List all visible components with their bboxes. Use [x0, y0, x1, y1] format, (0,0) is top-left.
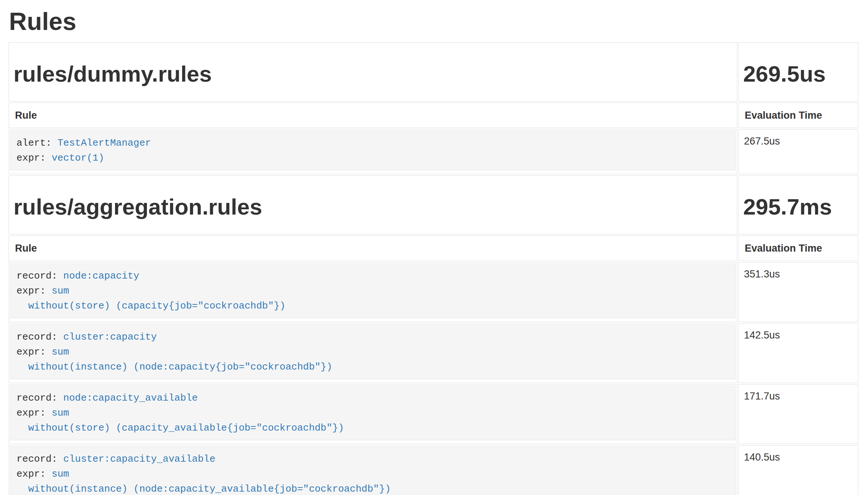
rule-definition: record: cluster:capacity_available expr:…	[10, 447, 736, 495]
rule-definition-cell: record: node:capacity_available expr: su…	[9, 384, 737, 444]
rule-definition-cell: record: node:capacity expr: sum without(…	[9, 262, 737, 322]
rule-expr-link[interactable]: sum without(store) (capacity{job="cockro…	[16, 285, 286, 312]
rule-expr-link[interactable]: sum without(store) (capacity_available{j…	[16, 407, 344, 434]
rule-column-header: Rule	[9, 236, 737, 261]
rule-group-aggregation: rules/aggregation.rules 295.7ms Rule Eva…	[9, 175, 858, 495]
column-header-row: Rule Evaluation Time	[9, 236, 858, 261]
rule-name-link[interactable]: cluster:capacity	[63, 331, 157, 343]
rule-row: alert: TestAlertManager expr: vector(1) …	[9, 129, 858, 174]
rule-eval-time: 351.3us	[738, 262, 858, 322]
group-file-name: rules/dummy.rules	[13, 61, 732, 88]
rules-table: rules/dummy.rules 269.5us Rule Evaluatio…	[7, 41, 859, 495]
rule-row: record: cluster:capacity expr: sum witho…	[9, 323, 858, 383]
rule-type-label: alert:	[16, 137, 52, 149]
rule-name-link[interactable]: node:capacity_available	[63, 392, 198, 404]
rule-expr-label: expr:	[16, 152, 46, 164]
rule-name-link[interactable]: node:capacity	[63, 270, 139, 282]
rule-name-link[interactable]: cluster:capacity_available	[63, 453, 216, 465]
group-file-cell: rules/dummy.rules	[9, 42, 737, 101]
group-file-cell: rules/aggregation.rules	[9, 175, 737, 234]
rule-expr-label: expr:	[16, 468, 46, 480]
rule-eval-time: 171.7us	[738, 384, 858, 444]
rule-row: record: node:capacity_available expr: su…	[9, 384, 858, 444]
rule-eval-time: 140.5us	[738, 445, 858, 495]
rule-name-link[interactable]: TestAlertManager	[57, 137, 151, 149]
rule-expr-link[interactable]: vector(1)	[52, 152, 104, 164]
rule-type-label: record:	[16, 453, 57, 465]
rule-column-header: Rule	[9, 103, 737, 128]
rule-definition-cell: record: cluster:capacity_available expr:…	[9, 445, 737, 495]
rule-row: record: cluster:capacity_available expr:…	[9, 445, 858, 495]
rule-expr-label: expr:	[16, 346, 46, 358]
rule-eval-time: 142.5us	[738, 323, 858, 383]
eval-time-column-header: Evaluation Time	[738, 236, 858, 261]
rule-definition-cell: record: cluster:capacity expr: sum witho…	[9, 323, 737, 383]
group-total-eval-time: 295.7ms	[743, 194, 853, 221]
rule-eval-time: 267.5us	[738, 129, 858, 174]
rule-expr-label: expr:	[16, 407, 46, 419]
column-header-row: Rule Evaluation Time	[9, 103, 858, 128]
rule-row: record: node:capacity expr: sum without(…	[9, 262, 858, 322]
page-title: Rules	[9, 7, 859, 36]
group-header-row: rules/dummy.rules 269.5us	[9, 42, 858, 101]
rule-expr-link[interactable]: sum without(instance) (node:capacity{job…	[16, 346, 332, 373]
rule-definition: alert: TestAlertManager expr: vector(1)	[10, 131, 736, 170]
rule-definition-cell: alert: TestAlertManager expr: vector(1)	[9, 129, 737, 174]
rule-expr-link[interactable]: sum without(instance) (node:capacity_ava…	[16, 468, 391, 495]
group-file-name: rules/aggregation.rules	[13, 194, 732, 221]
rule-definition: record: node:capacity_available expr: su…	[10, 386, 736, 440]
group-eval-time-cell: 269.5us	[738, 42, 858, 101]
rule-type-label: record:	[16, 331, 57, 343]
rule-expr-label: expr:	[16, 285, 46, 297]
group-eval-time-cell: 295.7ms	[738, 175, 858, 234]
group-header-row: rules/aggregation.rules 295.7ms	[9, 175, 858, 234]
eval-time-column-header: Evaluation Time	[738, 103, 858, 128]
rule-definition: record: cluster:capacity expr: sum witho…	[10, 325, 736, 379]
rule-type-label: record:	[16, 270, 57, 282]
rule-type-label: record:	[16, 392, 57, 404]
rule-definition: record: node:capacity expr: sum without(…	[10, 264, 736, 318]
rule-group-dummy: rules/dummy.rules 269.5us Rule Evaluatio…	[9, 42, 858, 174]
group-total-eval-time: 269.5us	[743, 61, 853, 88]
